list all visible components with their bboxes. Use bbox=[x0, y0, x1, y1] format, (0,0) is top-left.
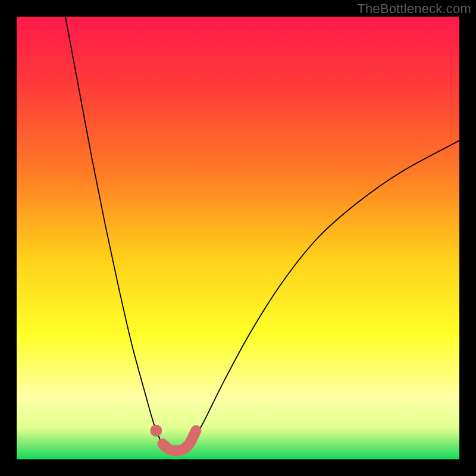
gradient-background bbox=[17, 17, 459, 459]
watermark-text: TheBottleneck.com bbox=[357, 1, 471, 17]
baseline-band bbox=[17, 456, 459, 459]
chart-frame: TheBottleneck.com bbox=[0, 0, 476, 476]
chart-svg bbox=[17, 17, 459, 459]
marker-dot bbox=[150, 425, 162, 437]
plot-area bbox=[17, 17, 459, 459]
